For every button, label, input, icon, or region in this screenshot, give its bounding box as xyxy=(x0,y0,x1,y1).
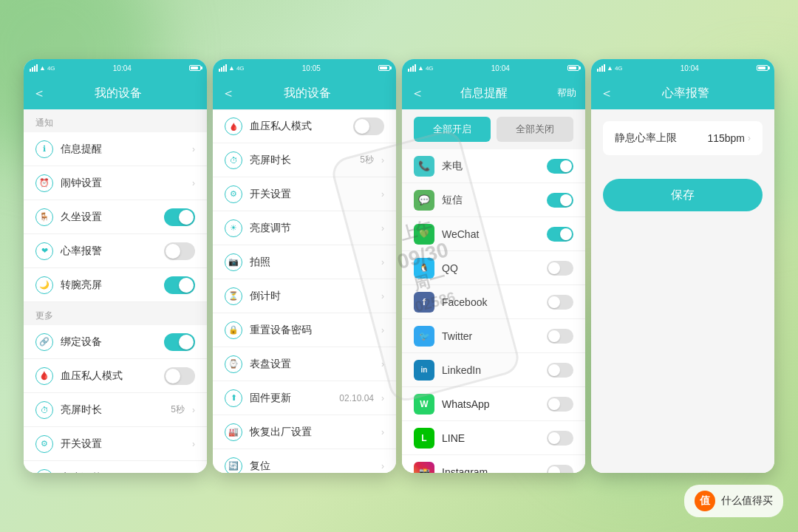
list-item-2-camera[interactable]: 📷 拍照 › xyxy=(213,245,396,279)
item2-bp-knob xyxy=(355,119,369,134)
status-bar-1: ▲ 4G 10:04 xyxy=(24,59,207,77)
twitter-toggle-knob xyxy=(548,330,560,342)
item2-reset-pw-icon: 🔒 xyxy=(225,321,242,339)
notif-item-whatsapp[interactable]: W WhatsApp xyxy=(402,387,585,421)
notif-item-wechat[interactable]: 💚 WeChat xyxy=(402,217,585,251)
call-toggle[interactable] xyxy=(547,159,573,174)
notif-item-twitter[interactable]: 🐦 Twitter xyxy=(402,319,585,353)
bp-toggle[interactable] xyxy=(164,367,195,385)
screen-4-content: 静息心率上限 115bpm › 保存 xyxy=(591,109,774,473)
toggle-header: 全部开启 全部关闭 xyxy=(402,109,585,149)
heartrate-icon: ❤ xyxy=(35,242,53,260)
list-item-screen-duration[interactable]: ⏱ 亮屏时长 5秒 › xyxy=(24,393,207,427)
back-button-4[interactable]: ＜ xyxy=(600,84,613,102)
status-left-1: ▲ 4G xyxy=(30,64,55,72)
list-item-2-screendur[interactable]: ⏱ 亮屏时长 5秒 › xyxy=(213,143,396,177)
list-item-2-switch[interactable]: ⚙ 开关设置 › xyxy=(213,177,396,211)
notif-item-qq[interactable]: 🐧 QQ xyxy=(402,251,585,285)
notif-item-sms[interactable]: 💬 短信 xyxy=(402,183,585,217)
list-item-2-reset[interactable]: 🔄 复位 › xyxy=(213,449,396,473)
screen-2-content: 🩸 血压私人模式 ⏱ 亮屏时长 5秒 › ⚙ 开关设置 › ☀ 亮度调节 › xyxy=(213,109,396,473)
header-2: ＜ 我的设备 xyxy=(213,77,396,109)
signal-icon-1 xyxy=(30,64,38,72)
linkedin-app-icon: in xyxy=(414,360,434,381)
list-item-alarm[interactable]: ⏰ 闹钟设置 › xyxy=(24,166,207,200)
list-item-bind[interactable]: 🔗 绑定设备 xyxy=(24,325,207,359)
wechat-app-name: WeChat xyxy=(442,228,539,240)
screen-1-my-device: ▲ 4G 10:04 ＜ 我的设备 通知 ℹ 信息提醒 › ⏰ 闹钟设置 xyxy=(24,59,207,473)
sitting-toggle[interactable] xyxy=(164,208,195,226)
header-3: ＜ 信息提醒 帮助 xyxy=(402,77,585,109)
qq-app-icon: 🐧 xyxy=(414,258,434,279)
list-item-2-countdown[interactable]: ⏳ 倒计时 › xyxy=(213,279,396,313)
screen-duration-icon: ⏱ xyxy=(35,401,53,419)
header-4: ＜ 心率报警 xyxy=(591,77,774,109)
list-item-2-reset-pw[interactable]: 🔒 重置设备密码 › xyxy=(213,313,396,347)
toggle-all-off-button[interactable]: 全部关闭 xyxy=(497,117,573,142)
hr-item[interactable]: 静息心率上限 115bpm › xyxy=(603,121,763,155)
save-button[interactable]: 保存 xyxy=(603,179,763,211)
item2-reset-icon: 🔄 xyxy=(225,457,242,474)
list-item-2-watchface[interactable]: ⌚ 表盘设置 › xyxy=(213,347,396,381)
linkedin-toggle[interactable] xyxy=(547,363,573,378)
whatsapp-toggle[interactable] xyxy=(547,397,573,412)
toggle-all-on-button[interactable]: 全部开启 xyxy=(414,117,491,142)
line-toggle[interactable] xyxy=(547,431,573,446)
item2-watchface-arrow: › xyxy=(381,359,384,369)
list-item-2-factory[interactable]: 🏭 恢复出厂设置 › xyxy=(213,415,396,449)
qq-toggle[interactable] xyxy=(547,261,573,276)
header-title-3: 信息提醒 xyxy=(430,86,538,101)
instagram-toggle[interactable] xyxy=(547,465,573,474)
time-1: 10:04 xyxy=(113,64,132,72)
status-bar-3: ▲ 4G 10:04 xyxy=(402,59,585,77)
wrist-toggle[interactable] xyxy=(164,276,195,294)
back-button-2[interactable]: ＜ xyxy=(222,84,235,102)
notif-item-call[interactable]: 📞 来电 xyxy=(402,149,585,183)
item2-factory-text: 恢复出厂设置 xyxy=(250,426,374,439)
item2-camera-arrow: › xyxy=(381,257,384,267)
wechat-toggle[interactable] xyxy=(547,227,573,242)
list-item-heartrate[interactable]: ❤ 心率报警 xyxy=(24,234,207,268)
list-item-notify[interactable]: ℹ 信息提醒 › xyxy=(24,132,207,166)
sms-toggle[interactable] xyxy=(547,193,573,208)
list-item-2-firmware[interactable]: ⬆ 固件更新 02.10.04 › xyxy=(213,381,396,415)
list-item-switch[interactable]: ⚙ 开关设置 › xyxy=(24,427,207,461)
brightness-text: 亮度调节 xyxy=(61,471,185,474)
item2-bp-text: 血压私人模式 xyxy=(250,120,346,133)
network-icon-2: 4G xyxy=(236,65,245,72)
help-button-3[interactable]: 帮助 xyxy=(557,86,576,100)
item2-bp-icon: 🩸 xyxy=(225,117,242,135)
list-item-sitting[interactable]: 🪑 久坐设置 xyxy=(24,200,207,234)
wrist-text: 转腕亮屏 xyxy=(61,279,157,292)
list-item-2-bp[interactable]: 🩸 血压私人模式 xyxy=(213,109,396,143)
notify-text: 信息提醒 xyxy=(61,143,185,156)
twitter-toggle[interactable] xyxy=(547,329,573,344)
notif-item-linkedin[interactable]: in LinkedIn xyxy=(402,353,585,387)
battery-fill-2 xyxy=(380,66,387,69)
heartrate-toggle[interactable] xyxy=(164,242,195,260)
item2-switch-text: 开关设置 xyxy=(250,188,374,201)
list-item-bp[interactable]: 🩸 血压私人模式 xyxy=(24,359,207,393)
time-3: 10:04 xyxy=(491,64,510,72)
item2-firmware-val: 02.10.04 xyxy=(339,393,374,403)
switch-icon: ⚙ xyxy=(35,435,53,453)
list-item-brightness[interactable]: ☀ 亮度调节 › xyxy=(24,461,207,473)
back-button-1[interactable]: ＜ xyxy=(33,84,46,102)
notif-item-instagram[interactable]: 📸 Instagram xyxy=(402,455,585,473)
line-app-name: LINE xyxy=(442,432,539,444)
list-item-wrist[interactable]: 🌙 转腕亮屏 xyxy=(24,268,207,302)
notif-item-facebook[interactable]: f Facebook xyxy=(402,285,585,319)
item2-factory-arrow: › xyxy=(381,427,384,437)
hr-label: 静息心率上限 xyxy=(615,132,707,145)
signal-icon-4 xyxy=(597,64,605,72)
bind-toggle[interactable] xyxy=(164,333,195,351)
list-item-2-brightness[interactable]: ☀ 亮度调节 › xyxy=(213,211,396,245)
network-icon-4: 4G xyxy=(615,65,623,72)
item2-bp-toggle[interactable] xyxy=(353,117,384,135)
notif-item-line[interactable]: L LINE xyxy=(402,421,585,455)
facebook-toggle[interactable] xyxy=(547,295,573,310)
back-button-3[interactable]: ＜ xyxy=(411,84,424,102)
battery-fill-1 xyxy=(191,66,198,69)
brightness-icon: ☀ xyxy=(35,469,53,474)
heartrate-text: 心率报警 xyxy=(61,245,157,258)
